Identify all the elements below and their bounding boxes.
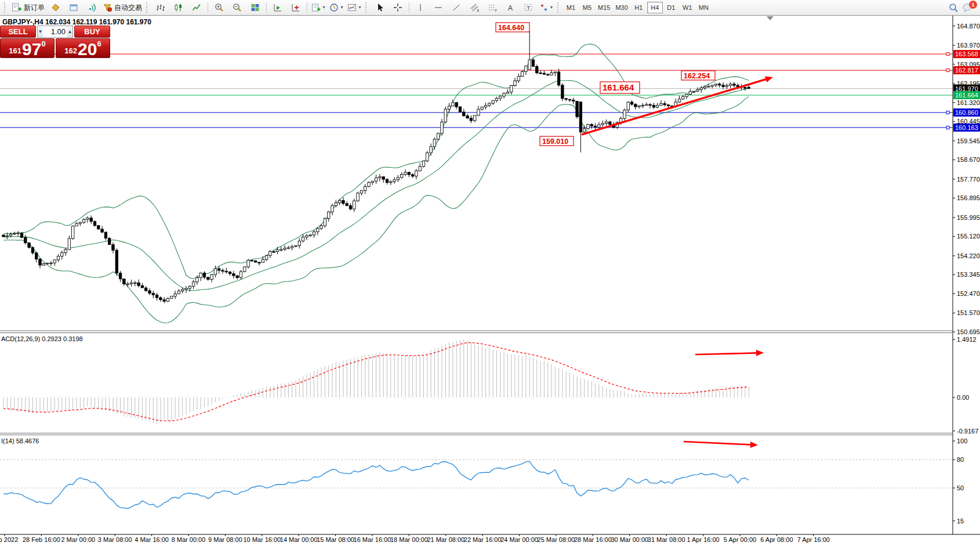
date-axis-label: 28 Feb 16:00 [23,536,60,543]
chart-area[interactable]: 164.870163.970163.095162.195161.320160.4… [0,0,980,546]
svg-text:160.860: 160.860 [955,109,978,116]
date-axis-label: 8 Mar 00:00 [172,536,206,543]
sell-price-point: 0 [41,39,45,48]
date-axis-label: 2 Mar 00:00 [61,536,95,543]
bollinger-upper [3,44,749,279]
buy-price-pips: 20 [78,41,97,57]
svg-text:161.970: 161.970 [955,85,978,92]
date-axis-label: 4 Mar 16:00 [135,536,169,543]
horizontal-level-lines[interactable] [0,53,953,129]
svg-text:161.664: 161.664 [955,92,978,99]
svg-text:80: 80 [957,456,964,463]
svg-text:161.320: 161.320 [957,99,980,106]
macd-indicator-label: ACD(12,26,9) 0.2923 0.3198 [1,335,83,342]
svg-text:0.00: 0.00 [957,394,969,401]
buy-price-whole: 162 [64,46,77,55]
buy-price-point: 6 [97,39,101,48]
svg-text:152.470: 152.470 [957,290,980,297]
svg-text:50: 50 [957,484,964,491]
date-axis-label: 7 Apr 16:00 [797,536,830,543]
trend-arrow-head [750,442,758,448]
svg-text:162.817: 162.817 [955,67,978,74]
price-annotation-text: 161.664 [602,82,634,92]
bollinger-lower [3,96,749,323]
chart-shift-marker [767,16,774,20]
svg-text:150.695: 150.695 [957,328,980,335]
rsi-panel [0,460,953,508]
svg-text:15: 15 [957,518,964,525]
svg-text:153.345: 153.345 [957,271,980,278]
svg-text:155.120: 155.120 [957,233,980,240]
rsi-line [3,461,749,508]
date-axis-label: 25 Mar 08:00 [538,536,575,543]
date-axis-label: 5 Apr 00:00 [724,536,756,543]
svg-text:154.220: 154.220 [957,252,980,259]
date-axis-label: 3 Mar 08:00 [98,536,132,543]
date-axis-label: 9 Mar 08:00 [208,536,242,543]
volume-field-group: ▼ ▲ [37,26,73,38]
date-axis-label: 16 Mar 16:00 [354,536,391,543]
date-axis-label: 22 Mar 16:00 [464,536,502,543]
volume-input[interactable] [43,26,67,37]
rsi-indicator-label: I(14) 58.4676 [1,437,39,444]
svg-text:158.670: 158.670 [957,156,980,163]
svg-text:156.895: 156.895 [957,194,980,201]
sell-price-display[interactable]: 161 97 0 [0,38,55,58]
sell-price-whole: 161 [9,46,21,55]
price-annotation-text: 159.010 [542,138,568,146]
trend-arrow-head [765,76,773,82]
one-click-trade-panel: SELL ▼ ▲ BUY 161 97 0 162 20 6 [0,26,110,58]
date-axis-label: 10 Mar 16:00 [243,536,281,543]
buy-price-display[interactable]: 162 20 6 [56,38,110,58]
date-axis-label: 31 Mar 08:00 [648,536,685,543]
date-axis-label: 6 Apr 08:00 [760,536,793,543]
trend-arrow-head [756,350,764,356]
price-annotation-text: 162.254 [684,72,710,80]
volume-decrease-button[interactable]: ▼ [38,26,43,37]
svg-text:151.570: 151.570 [957,309,980,316]
candlestick-series [2,31,750,303]
date-axis-label: 18 Mar 00:00 [390,536,428,543]
date-axis-label: 1 Apr 16:00 [687,536,719,543]
date-axis-label: 24 Mar 00:00 [500,536,538,543]
date-axis-label: 30 Mar 00:00 [611,536,648,543]
volume-increase-button[interactable]: ▲ [67,26,72,37]
macd-panel [3,339,749,424]
trend-arrow [684,442,750,444]
sell-button[interactable]: SELL [0,26,36,38]
svg-text:100: 100 [957,437,967,444]
svg-text:-0.9167: -0.9167 [957,428,978,435]
svg-text:159.545: 159.545 [957,138,980,144]
date-axis-label: 15 Mar 08:00 [317,536,354,543]
svg-text:157.770: 157.770 [957,176,980,183]
svg-text:164.870: 164.870 [957,23,980,30]
chart-axes: 164.870163.970163.095162.195161.320160.4… [0,16,980,543]
mt4-window: 新订单 自动交易 ▾ ▾ ▾ [0,0,980,546]
svg-text:160.163: 160.163 [955,124,978,131]
svg-text:1.4912: 1.4912 [957,336,977,343]
date-axis-label: Feb 2022 [0,536,18,543]
trend-arrow [695,353,756,355]
date-axis-label: 21 Mar 08:00 [427,536,464,543]
sell-price-pips: 97 [22,41,41,57]
date-axis-label: 28 Mar 16:00 [574,536,612,543]
buy-button[interactable]: BUY [74,26,110,38]
trend-arrows [582,76,773,447]
date-axis-label: 14 Mar 00:00 [280,536,318,543]
chart-symbol-title: GBPJPY-,H4 162.034 162.119 161.970 161.9… [2,18,151,26]
svg-text:163.568: 163.568 [955,50,978,57]
price-annotation-text: 164.640 [498,24,524,32]
svg-text:163.970: 163.970 [957,42,980,49]
svg-text:155.995: 155.995 [957,214,980,221]
